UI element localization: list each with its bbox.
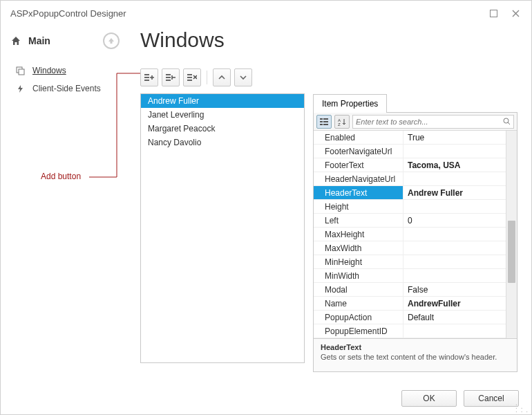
- toolbar-separator: [207, 71, 207, 84]
- property-value[interactable]: [403, 269, 506, 282]
- list-item[interactable]: Janet Leverling: [141, 108, 304, 122]
- property-name: Modal: [314, 283, 403, 296]
- remove-button[interactable]: [183, 68, 201, 86]
- cancel-button[interactable]: Cancel: [464, 390, 519, 407]
- svg-rect-16: [320, 124, 323, 125]
- svg-rect-6: [166, 74, 171, 75]
- add-button[interactable]: [140, 68, 158, 86]
- sidebar-main-label: Main: [28, 35, 50, 46]
- ok-button[interactable]: OK: [401, 390, 457, 407]
- chevron-up-icon: [218, 74, 225, 81]
- svg-rect-9: [187, 74, 192, 75]
- property-value[interactable]: [403, 241, 506, 255]
- page-title: Windows: [140, 28, 517, 52]
- scrollbar[interactable]: [506, 131, 517, 338]
- svg-rect-13: [323, 118, 328, 120]
- property-value[interactable]: Andrew Fuller: [403, 186, 506, 199]
- property-name: MinWidth: [314, 269, 403, 282]
- svg-rect-15: [323, 121, 328, 122]
- property-name: Height: [314, 200, 403, 213]
- move-up-button[interactable]: [213, 68, 231, 86]
- svg-rect-17: [323, 124, 328, 125]
- property-name: FooterNavigateUrl: [314, 145, 403, 158]
- properties-toolbar: AZ: [314, 113, 517, 131]
- property-row[interactable]: FooterTextTacoma, USA: [314, 158, 506, 172]
- property-row[interactable]: Left0: [314, 214, 506, 228]
- property-row[interactable]: PopupActionDefault: [314, 311, 506, 324]
- arrow-up-icon: [108, 37, 115, 44]
- insert-button[interactable]: [162, 68, 180, 86]
- categorized-button[interactable]: [316, 115, 332, 129]
- window-title: ASPxPopupControl Designer: [10, 8, 126, 19]
- property-row[interactable]: HeaderNavigateUrl: [314, 172, 506, 186]
- property-value[interactable]: True: [403, 131, 506, 144]
- property-value[interactable]: [403, 145, 506, 158]
- nav-label: Windows: [32, 66, 66, 75]
- search-box[interactable]: [352, 115, 514, 129]
- chevron-down-icon: [240, 74, 247, 81]
- property-row[interactable]: Height: [314, 200, 506, 214]
- property-row[interactable]: MinWidth: [314, 269, 506, 283]
- tab-item-properties[interactable]: Item Properties: [313, 94, 387, 113]
- windows-icon: [16, 66, 28, 75]
- property-name: Enabled: [314, 131, 403, 144]
- list-item[interactable]: Nancy Davolio: [141, 136, 304, 149]
- search-input[interactable]: [356, 118, 503, 126]
- property-row[interactable]: PopupElementID: [314, 324, 506, 338]
- property-row[interactable]: EnabledTrue: [314, 131, 506, 145]
- property-value[interactable]: [403, 228, 506, 241]
- property-value[interactable]: [403, 172, 506, 185]
- property-name: PopupElementID: [314, 324, 403, 338]
- description-body: Gets or sets the text content of the win…: [321, 353, 510, 361]
- property-value[interactable]: False: [403, 283, 506, 296]
- list-item[interactable]: Andrew Fuller: [141, 94, 304, 108]
- property-value[interactable]: AndrewFuller: [403, 297, 506, 310]
- property-name: HeaderText: [314, 186, 403, 199]
- items-list[interactable]: Andrew FullerJanet LeverlingMargaret Pea…: [140, 93, 305, 363]
- scrollbar-thumb[interactable]: [508, 221, 515, 283]
- list-item[interactable]: Margaret Peacock: [141, 122, 304, 136]
- alphabetical-button[interactable]: AZ: [334, 115, 350, 129]
- insert-icon: [166, 73, 175, 82]
- property-row[interactable]: FooterNavigateUrl: [314, 145, 506, 158]
- property-value[interactable]: Default: [403, 311, 506, 324]
- maximize-icon: [490, 10, 497, 17]
- footer: OK Cancel: [1, 382, 531, 414]
- property-value[interactable]: [403, 324, 506, 338]
- property-name: MaxHeight: [314, 228, 403, 241]
- property-name: MinHeight: [314, 255, 403, 268]
- svg-rect-12: [320, 118, 323, 120]
- sidebar-main[interactable]: Main: [10, 33, 126, 49]
- move-down-button[interactable]: [234, 68, 252, 86]
- svg-rect-10: [187, 77, 192, 78]
- property-row[interactable]: MaxHeight: [314, 228, 506, 241]
- properties-panel: Item Properties AZ: [313, 93, 517, 363]
- property-row[interactable]: ModalFalse: [314, 283, 506, 297]
- resize-grip[interactable]: .. .. . .: [515, 401, 529, 412]
- property-name: Name: [314, 297, 403, 310]
- property-row[interactable]: NameAndrewFuller: [314, 297, 506, 311]
- property-value[interactable]: Tacoma, USA: [403, 158, 506, 172]
- property-row[interactable]: MinHeight: [314, 255, 506, 269]
- svg-rect-14: [320, 121, 323, 122]
- property-value[interactable]: [403, 200, 506, 213]
- property-value[interactable]: 0: [403, 214, 506, 227]
- svg-rect-4: [144, 77, 149, 78]
- property-grid[interactable]: EnabledTrueFooterNavigateUrlFooterTextTa…: [314, 131, 506, 338]
- search-icon: [503, 118, 511, 125]
- maximize-button[interactable]: [487, 7, 500, 19]
- home-icon: [10, 35, 24, 46]
- property-value[interactable]: [403, 255, 506, 268]
- description-title: HeaderText: [321, 343, 510, 351]
- svg-text:Z: Z: [338, 122, 341, 126]
- close-button[interactable]: [509, 7, 522, 19]
- svg-rect-5: [144, 80, 149, 81]
- svg-rect-3: [144, 74, 149, 75]
- property-row[interactable]: HeaderTextAndrew Fuller: [314, 186, 506, 200]
- up-button[interactable]: [103, 33, 120, 49]
- svg-rect-0: [490, 10, 497, 17]
- toolbar: [140, 68, 517, 86]
- property-row[interactable]: MaxWidth: [314, 241, 506, 255]
- property-name: HeaderNavigateUrl: [314, 172, 403, 185]
- titlebar: ASPxPopupControl Designer: [1, 1, 531, 26]
